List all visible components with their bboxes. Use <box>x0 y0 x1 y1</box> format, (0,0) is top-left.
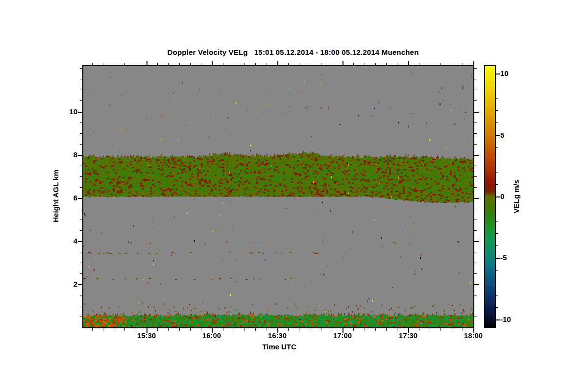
x-tick-label: 16:30 <box>262 331 293 340</box>
y-axis-minor-tick-right <box>474 306 477 306</box>
colorbar-minor-tick <box>496 122 498 123</box>
x-axis-minor-tick-top <box>397 63 397 65</box>
x-axis-minor-tick <box>114 328 114 331</box>
colorbar-tick-label: -10 <box>500 315 522 323</box>
x-axis-minor-tick <box>452 328 452 331</box>
x-axis-minor-tick <box>288 328 289 331</box>
x-axis-minor-tick <box>353 328 354 331</box>
page-title: Doppler Velocity VELg 15:01 05.12.2014 -… <box>0 48 586 56</box>
x-axis-minor-tick-top <box>255 63 256 65</box>
colorbar-minor-tick <box>496 86 498 86</box>
y-axis-major-tick-right <box>474 198 479 199</box>
colorbar-gradient <box>485 66 495 327</box>
x-axis-minor-tick <box>419 328 419 331</box>
x-axis-minor-tick-top <box>375 63 376 65</box>
x-axis-minor-tick <box>321 328 321 331</box>
y-axis-minor-tick <box>80 166 82 166</box>
y-axis-minor-tick-right <box>474 100 477 101</box>
x-axis-minor-tick <box>267 328 267 331</box>
x-axis-minor-tick-top <box>92 63 93 65</box>
x-axis-minor-tick <box>234 328 234 331</box>
x-axis-minor-tick <box>168 328 169 331</box>
x-axis-minor-tick-top <box>103 63 103 65</box>
colorbar-minor-tick <box>496 270 498 271</box>
colorbar-minor-tick <box>496 283 498 283</box>
x-axis-minor-tick-top <box>267 63 267 65</box>
doppler-velocity-quicklook: Doppler Velocity VELg 15:01 05.12.2014 -… <box>0 0 588 392</box>
x-axis-major-tick-top <box>277 61 278 65</box>
y-axis-minor-tick-right <box>474 263 477 263</box>
y-axis-minor-tick-right <box>474 209 477 209</box>
y-axis-major-tick-right <box>474 112 479 113</box>
x-axis-major-tick-top <box>473 61 474 65</box>
colorbar-minor-tick <box>496 184 498 185</box>
x-axis-minor-tick-top <box>201 63 201 65</box>
colorbar-minor-tick <box>496 307 498 308</box>
y-axis-minor-tick <box>80 295 82 295</box>
y-tick-label: 2 <box>48 280 77 288</box>
x-axis-minor-tick <box>463 328 463 331</box>
x-axis-minor-tick <box>386 328 387 331</box>
y-axis-minor-tick <box>80 317 82 317</box>
colorbar-minor-tick <box>496 98 498 98</box>
x-axis-minor-tick <box>136 328 136 331</box>
y-axis-major-tick <box>78 241 82 242</box>
x-axis-minor-tick <box>92 328 93 331</box>
colorbar-major-tick <box>496 319 500 320</box>
y-axis-minor-tick <box>80 68 82 69</box>
y-axis-minor-tick <box>80 220 82 220</box>
y-axis-minor-tick <box>80 252 82 252</box>
x-axis-minor-tick-top <box>179 63 180 65</box>
y-axis-major-tick-right <box>474 241 479 242</box>
y-axis-minor-tick-right <box>474 79 477 79</box>
x-axis-minor-tick-top <box>157 63 158 65</box>
x-axis-minor-tick-top <box>190 63 191 65</box>
x-axis-minor-tick <box>332 328 332 331</box>
colorbar-minor-tick <box>496 147 498 148</box>
y-axis-minor-tick <box>80 263 82 263</box>
x-axis-minor-tick-top <box>386 63 387 65</box>
y-axis-minor-tick-right <box>474 220 477 220</box>
x-axis-minor-tick-top <box>321 63 321 65</box>
x-tick-label: 16:00 <box>196 331 227 340</box>
colorbar-minor-tick <box>496 209 498 209</box>
x-axis-minor-tick-top <box>223 63 223 65</box>
colorbar-major-tick <box>496 196 500 197</box>
x-axis-minor-tick-top <box>365 63 365 65</box>
y-axis-minor-tick-right <box>474 133 477 134</box>
x-axis-minor-tick-top <box>430 63 430 65</box>
x-axis-minor-tick <box>255 328 256 331</box>
x-axis-minor-tick-top <box>310 63 310 65</box>
y-axis-major-tick-right <box>474 155 479 156</box>
colorbar-minor-tick <box>496 110 498 111</box>
x-axis-minor-tick <box>190 328 191 331</box>
x-axis-minor-tick <box>201 328 201 331</box>
x-tick-label: 17:30 <box>392 331 424 340</box>
y-axis-minor-tick-right <box>474 144 477 145</box>
x-axis-minor-tick-top <box>441 63 441 65</box>
x-axis-label: Time UTC <box>249 343 310 351</box>
x-axis-minor-tick-top <box>288 63 289 65</box>
colorbar-minor-tick <box>496 295 498 295</box>
x-axis-minor-tick <box>223 328 223 331</box>
y-axis-minor-tick <box>80 273 82 274</box>
velocity-heatmap <box>83 66 473 327</box>
y-axis-minor-tick-right <box>474 122 477 123</box>
y-axis-minor-tick <box>80 230 82 231</box>
colorbar-minor-tick <box>496 172 498 172</box>
y-axis-major-tick <box>78 198 82 199</box>
plot-area <box>82 65 474 328</box>
y-axis-minor-tick <box>80 144 82 145</box>
x-tick-label: 15:30 <box>131 331 162 340</box>
x-axis-minor-tick <box>179 328 180 331</box>
colorbar-tick-label: 10 <box>500 69 522 77</box>
colorbar-tick-label: -5 <box>500 253 522 262</box>
y-axis-major-tick <box>78 112 82 113</box>
colorbar-major-tick <box>496 74 500 74</box>
x-tick-label: 17:00 <box>327 331 358 340</box>
y-axis-major-tick <box>78 284 82 285</box>
y-axis-minor-tick <box>80 209 82 209</box>
y-axis-minor-tick-right <box>474 273 477 274</box>
y-axis-minor-tick-right <box>474 68 477 69</box>
x-axis-minor-tick-top <box>168 63 169 65</box>
